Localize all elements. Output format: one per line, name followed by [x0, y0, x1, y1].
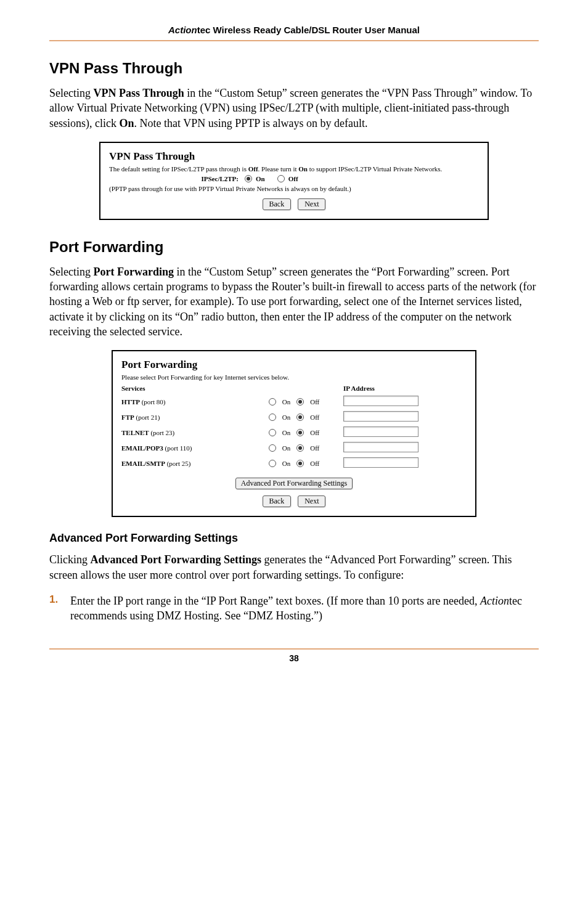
telnet-off-radio[interactable] — [296, 429, 304, 436]
vpn-pass-through-screenshot: VPN Pass Through The default setting for… — [99, 142, 489, 220]
brand-rest: tec — [197, 25, 211, 35]
step-number: 1. — [49, 593, 70, 624]
ipsec-on-radio[interactable] — [245, 175, 252, 182]
port-forwarding-heading: Port Forwarding — [49, 238, 539, 256]
brand-italic: Action — [168, 25, 197, 35]
smtp-off-radio[interactable] — [296, 460, 304, 467]
step-1: 1. Enter the IP port range in the “IP Po… — [49, 593, 539, 624]
smtp-ip-input[interactable] — [343, 457, 419, 468]
fig1-desc: The default setting for IPSec/L2TP pass … — [109, 165, 479, 173]
fig1-title: VPN Pass Through — [109, 150, 479, 163]
service-row: EMAIL/SMTP (port 25) — [121, 460, 245, 467]
service-row: TELNET (port 23) — [121, 429, 245, 436]
fig2-back-button[interactable]: Back — [263, 495, 292, 507]
fig1-back-button[interactable]: Back — [263, 198, 292, 210]
col-ip-header: IP Address — [343, 385, 442, 392]
vpn-pass-through-paragraph: Selecting VPN Pass Through in the “Custo… — [49, 86, 539, 131]
ipsec-off-radio[interactable] — [277, 175, 285, 182]
ftp-off-radio[interactable] — [296, 414, 304, 421]
http-on-radio[interactable] — [269, 398, 276, 406]
fig1-next-button[interactable]: Next — [298, 198, 325, 210]
advanced-port-forwarding-button[interactable]: Advanced Port Forwarding Settings — [235, 478, 353, 489]
service-row: EMAIL/POP3 (port 110) — [121, 444, 245, 452]
telnet-on-radio[interactable] — [269, 429, 276, 436]
ipsec-l2tp-label: IPSec/L2TP: — [109, 175, 245, 182]
page-header: Actiontec Wireless Ready Cable/DSL Route… — [49, 25, 539, 41]
vpn-pass-through-heading: VPN Pass Through — [49, 60, 539, 77]
port-forwarding-paragraph: Selecting Port Forwarding in the “Custom… — [49, 264, 539, 339]
pop3-ip-input[interactable] — [343, 442, 419, 452]
header-title: Wireless Ready Cable/DSL Router User Man… — [210, 25, 420, 35]
fig2-next-button[interactable]: Next — [298, 495, 325, 507]
advanced-port-forwarding-heading: Advanced Port Forwarding Settings — [49, 532, 539, 545]
service-row: HTTP (port 80) — [121, 398, 245, 406]
http-ip-input[interactable] — [343, 396, 419, 406]
ftp-on-radio[interactable] — [269, 414, 276, 421]
fig1-note: (PPTP pass through for use with PPTP Vir… — [109, 185, 479, 192]
fig2-subtitle: Please select Port Forwarding for key In… — [121, 373, 467, 381]
ipsec-on-label: On — [256, 175, 265, 182]
http-off-radio[interactable] — [296, 398, 304, 406]
pop3-on-radio[interactable] — [269, 444, 276, 452]
step-body: Enter the IP port range in the “IP Port … — [70, 593, 539, 624]
col-services-header: Services — [121, 385, 245, 392]
service-row: FTP (port 21) — [121, 414, 245, 421]
port-forwarding-screenshot: Port Forwarding Please select Port Forwa… — [112, 350, 476, 517]
fig2-title: Port Forwarding — [121, 359, 467, 371]
pop3-off-radio[interactable] — [296, 444, 304, 452]
ipsec-off-label: Off — [288, 175, 298, 182]
page-footer: 38 — [49, 648, 539, 663]
telnet-ip-input[interactable] — [343, 426, 419, 437]
ftp-ip-input[interactable] — [343, 411, 419, 422]
page-number: 38 — [289, 653, 299, 663]
advanced-port-forwarding-paragraph: Clicking Advanced Port Forwarding Settin… — [49, 552, 539, 582]
smtp-on-radio[interactable] — [269, 460, 276, 467]
